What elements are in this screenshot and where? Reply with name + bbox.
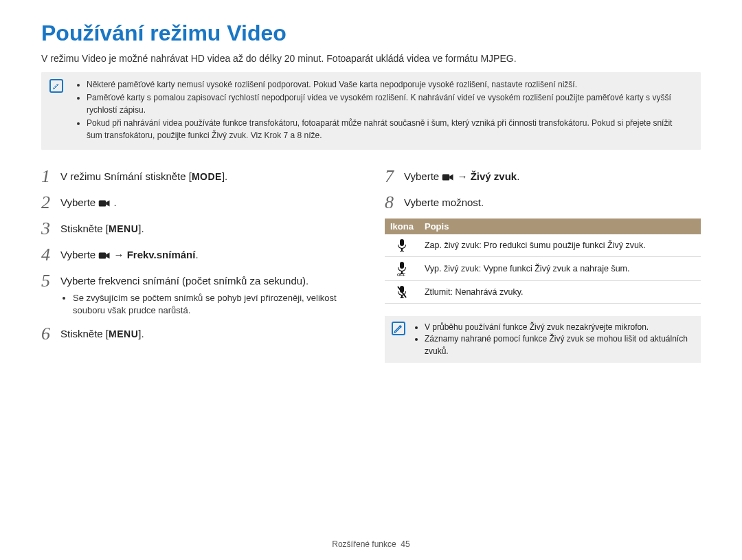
step-text: Vyberte možnost. [404, 197, 484, 208]
step-number: 5 [41, 271, 60, 290]
step-7: 7 Vyberte → Živý zvuk. [385, 166, 701, 186]
mic-on-icon [396, 240, 407, 249]
table-header-icon: Ikona [385, 219, 419, 234]
step-text: . [517, 170, 519, 182]
table-cell-bold: Vyp. živý zvuk [425, 264, 479, 273]
step-text: Vyberte [60, 197, 98, 208]
note-pencil-icon [392, 322, 405, 335]
step-number: 3 [41, 219, 60, 238]
step-2: 2 Vyberte . [41, 192, 357, 212]
step-number: 2 [41, 192, 60, 212]
table-header-desc: Popis [419, 219, 701, 234]
video-camera-icon [442, 170, 454, 182]
step-5: 5 Vyberte frekvenci snímání (počet snímk… [41, 271, 357, 317]
step-text: Vyberte [60, 249, 98, 260]
left-column: 1 V režimu Snímání stiskněte [MODE]. 2 V… [41, 166, 357, 363]
svg-rect-1 [99, 252, 106, 258]
note-pencil-icon [49, 79, 63, 93]
top-note-item: Některé paměťové karty nemusí vysoké roz… [87, 79, 690, 91]
bottom-note-box: V průběhu používání funkce Živý zvuk nez… [385, 316, 701, 363]
step-text: Stiskněte [ [60, 328, 109, 339]
svg-rect-2 [442, 174, 450, 180]
table-row: Zap. živý zvuk: Pro redukci šumu použije… [385, 234, 701, 257]
step-1: 1 V režimu Snímání stiskněte [MODE]. [41, 166, 357, 186]
step-text: ]. [222, 170, 227, 182]
mic-mute-icon [396, 287, 407, 296]
table-cell-text: : Pro redukci šumu použije funkci Živý z… [479, 240, 645, 250]
step-text: Vyberte frekvenci snímání (počet snímků … [60, 275, 308, 287]
intro-text: V režimu Video je možné nahrávat HD vide… [41, 53, 701, 64]
step-text: ]. [138, 223, 144, 234]
video-camera-icon [98, 249, 111, 260]
menu-label: MENU [109, 223, 138, 234]
step-3: 3 Stiskněte [MENU]. [41, 219, 357, 238]
table-row: Ztlumit: Nenahrává zvuky. [385, 280, 701, 303]
step-text: . [113, 197, 116, 208]
table-cell-bold: Ztlumit [425, 287, 451, 297]
step-number: 8 [385, 192, 404, 212]
step-number: 7 [385, 166, 404, 186]
step-8: 8 Vyberte možnost. [385, 192, 701, 212]
step-text: V režimu Snímání stiskněte [ [60, 170, 192, 182]
step-number: 6 [41, 324, 60, 343]
step-6: 6 Stiskněte [MENU]. [41, 324, 357, 343]
step-number: 1 [41, 166, 60, 186]
page-footer: Rozšířené funkce 45 [0, 539, 742, 549]
bottom-note-item: V průběhu používání funkce Živý zvuk nez… [425, 322, 693, 333]
top-note-item: Paměťové karty s pomalou zapisovací rych… [87, 92, 690, 116]
svg-rect-4 [400, 262, 404, 269]
footer-page-number: 45 [401, 539, 409, 549]
top-note-item: Pokud při nahrávání videa používáte funk… [87, 117, 690, 142]
mode-label: MODE [192, 171, 222, 182]
svg-text:OFF: OFF [397, 273, 405, 276]
video-camera-icon [98, 197, 111, 208]
table-cell-text: : Nenahrává zvuky. [450, 287, 523, 297]
step-subnote: Se zvyšujícím se počtem snímků se pohyb … [73, 292, 357, 317]
step-text: ]. [138, 328, 144, 339]
arrow-text: → [457, 170, 470, 182]
step-bold: Živý zvuk [471, 170, 517, 182]
step-4: 4 Vyberte → Frekv.snímání. [41, 245, 357, 264]
table-row: OFF Vyp. živý zvuk: Vypne funkci Živý zv… [385, 256, 701, 280]
step-text: Vyberte [404, 170, 442, 182]
table-cell-bold: Zap. živý zvuk [425, 240, 479, 250]
menu-label: MENU [109, 328, 138, 339]
top-note-box: Některé paměťové karty nemusí vysoké roz… [41, 72, 701, 150]
bottom-note-item: Záznamy nahrané pomocí funkce Živý zvuk … [425, 333, 693, 357]
page-title: Používání režimu Video [41, 21, 701, 46]
footer-label: Rozšířené funkce [332, 539, 396, 549]
step-bold: Frekv.snímání [127, 249, 196, 260]
options-table: Ikona Popis Zap. živý zvuk: Pro redukci … [385, 219, 701, 304]
step-number: 4 [41, 245, 60, 264]
svg-rect-3 [400, 239, 404, 246]
step-text: . [195, 249, 198, 260]
arrow-text: → [113, 249, 126, 260]
right-column: 7 Vyberte → Živý zvuk. 8 Vyberte možnost… [385, 166, 701, 363]
step-text: Stiskněte [ [60, 223, 109, 234]
svg-rect-0 [99, 200, 106, 206]
mic-off-badge-icon: OFF [396, 263, 408, 273]
table-cell-text: : Vypne funkci Živý zvuk a nahraje šum. [479, 264, 630, 273]
